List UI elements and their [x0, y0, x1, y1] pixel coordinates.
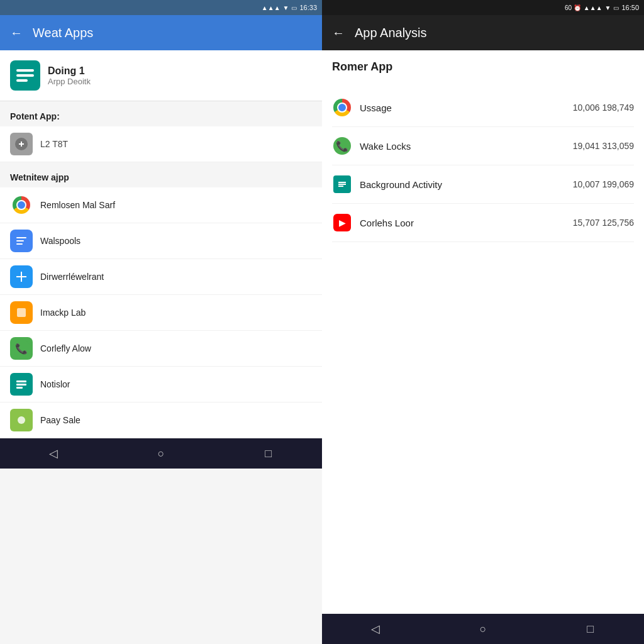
potent-app-item[interactable]: L2 T8T	[0, 126, 322, 162]
back-nav-left[interactable]: ◁	[41, 441, 66, 466]
svg-rect-8	[17, 308, 26, 317]
right-panel: 60 ⏰ ▲▲▲ ▼ ▭ 16:50 ← App Analysis Romer …	[322, 0, 644, 644]
wakelocks-label: Wake Locks	[360, 141, 565, 152]
analysis-row-background: Background Activity 10,007 199,069	[332, 165, 634, 204]
svg-point-14	[18, 416, 25, 424]
wetnitew-header: Wetnitew ajpp	[0, 162, 322, 187]
analysis-content: Romer App Ussage 10,006 198,749 📞 Wake L…	[322, 50, 644, 614]
screen-title-right: App Analysis	[355, 26, 427, 40]
list-item[interactable]: Imackp Lab	[0, 295, 322, 331]
list-item-icon-6	[10, 409, 33, 431]
list-item-icon-0	[10, 194, 33, 216]
svg-rect-10	[16, 380, 26, 382]
usage-value: 10,006 198,749	[573, 103, 634, 113]
list-item[interactable]: Remlosen Mal Sarf	[0, 187, 322, 223]
svg-rect-18	[338, 186, 343, 187]
background-label: Background Activity	[360, 179, 565, 190]
usage-label: Ussage	[360, 103, 565, 113]
list-item[interactable]: Paay Sale	[0, 402, 322, 438]
corlehs-value: 15,707 125,756	[573, 218, 634, 228]
potent-header: Potent App:	[0, 101, 322, 126]
svg-rect-12	[16, 387, 23, 389]
back-button-left[interactable]: ←	[10, 26, 23, 40]
list-item[interactable]: Dirwerrléwelrant	[0, 259, 322, 295]
list-item[interactable]: 📞 Corlefly Alow	[0, 331, 322, 367]
home-nav-left[interactable]: ○	[148, 441, 174, 466]
list-item-label-0: Remlosen Mal Sarf	[40, 200, 115, 210]
list-item-icon-3	[10, 301, 33, 324]
list-item-label-3: Imackp Lab	[40, 308, 86, 318]
list-item-label-1: Walspools	[40, 236, 80, 246]
battery-icon-right: ▭	[613, 4, 619, 11]
analysis-row-usage: Ussage 10,006 198,749	[332, 89, 634, 127]
analysis-row-corlehs: ▶ Corlehs Loor 15,707 125,756	[332, 204, 634, 242]
featured-app-desc: Arpp Deoitk	[48, 77, 91, 86]
home-nav-right[interactable]: ○	[470, 616, 496, 641]
svg-rect-16	[338, 182, 346, 183]
recent-nav-right[interactable]: □	[578, 616, 603, 641]
wifi-icon-left: ▼	[283, 4, 289, 11]
featured-app[interactable]: Doing 1 Arpp Deoitk	[0, 50, 322, 101]
status-bar-right: 60 ⏰ ▲▲▲ ▼ ▭ 16:50	[322, 0, 644, 15]
background-icon	[332, 174, 352, 194]
wakelocks-icon: 📞	[332, 136, 352, 156]
time-right: 16:50	[621, 4, 639, 11]
signal-icon-right: ▲▲▲	[584, 4, 602, 11]
wakelocks-value: 19,041 313,059	[573, 141, 634, 151]
recent-nav-left[interactable]: □	[256, 441, 281, 466]
left-panel: ▲▲▲ ▼ ▭ 16:33 ← Weat Apps Doing 1 Arpp D…	[0, 0, 322, 644]
list-item-icon-4: 📞	[10, 337, 33, 360]
toolbar-left: ← Weat Apps	[0, 15, 322, 50]
svg-rect-11	[16, 384, 26, 386]
list-item-icon-1	[10, 230, 33, 252]
svg-rect-3	[16, 79, 28, 82]
signal-icon-left: ▲▲▲	[262, 4, 280, 11]
list-item-icon-5	[10, 373, 33, 396]
corlehs-icon: ▶	[332, 213, 352, 233]
back-nav-right[interactable]: ◁	[363, 616, 388, 641]
nav-bar-left: ◁ ○ □	[0, 438, 322, 469]
back-button-right[interactable]: ←	[332, 26, 345, 40]
list-item-icon-2	[10, 265, 33, 288]
featured-app-icon	[10, 60, 40, 91]
svg-rect-17	[338, 184, 346, 185]
background-value: 10,007 199,069	[573, 179, 634, 189]
svg-rect-1	[16, 69, 34, 72]
usage-icon	[332, 97, 352, 118]
wifi-icon-right: ▼	[605, 4, 611, 11]
svg-rect-2	[16, 74, 34, 77]
nav-bar-right: ◁ ○ □	[322, 614, 644, 644]
list-item-label-5: Notislor	[40, 379, 70, 389]
list-item-label-6: Paay Sale	[40, 415, 80, 425]
status-bar-left: ▲▲▲ ▼ ▭ 16:33	[0, 0, 322, 15]
featured-app-info: Doing 1 Arpp Deoitk	[48, 65, 91, 86]
list-item[interactable]: Notislor	[0, 367, 322, 402]
featured-app-name: Doing 1	[48, 65, 91, 77]
corlehs-label: Corlehs Loor	[360, 218, 565, 228]
wetnitew-section: Wetnitew ajpp Remlosen Mal Sarf Walspool…	[0, 162, 322, 438]
analysis-app-title: Romer App	[332, 60, 634, 79]
list-item-label-4: Corlefly Alow	[40, 343, 91, 353]
list-item[interactable]: Walspools	[0, 223, 322, 259]
battery-icon-left: ▭	[291, 4, 297, 11]
app-list: Remlosen Mal Sarf Walspools Dirwerrléwel…	[0, 187, 322, 438]
toolbar-right: ← App Analysis	[322, 15, 644, 50]
notif-icon-right: 60 ⏰	[565, 4, 581, 11]
potent-section: Potent App: L2 T8T	[0, 101, 322, 162]
potent-app-icon	[10, 133, 33, 155]
screen-title-left: Weat Apps	[33, 26, 93, 40]
time-left: 16:33	[299, 4, 317, 11]
list-item-label-2: Dirwerrléwelrant	[40, 272, 104, 282]
analysis-row-wakelocks: 📞 Wake Locks 19,041 313,059	[332, 127, 634, 165]
potent-app-label: L2 T8T	[40, 139, 68, 149]
